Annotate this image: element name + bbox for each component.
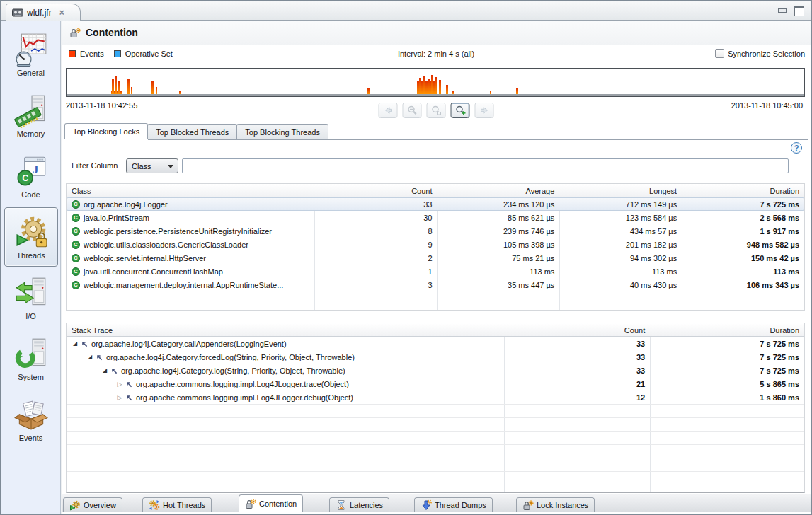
- maximize-icon[interactable]: [794, 6, 804, 14]
- event-timeline-chart[interactable]: [66, 68, 805, 97]
- cell-value: 35 ms 447 µs: [508, 281, 554, 289]
- hot-threads-icon: [149, 499, 160, 511]
- locks-table-row[interactable]: Cjava.util.concurrent.ConcurrentHashMap1…: [67, 265, 804, 278]
- cell-average: 75 ms 21 µs: [438, 251, 560, 265]
- locks-column-header-label: Class: [72, 187, 91, 195]
- cell-value: java.io.PrintStream: [84, 214, 149, 222]
- zoom-out-button[interactable]: [403, 103, 422, 118]
- filter-text-input[interactable]: [182, 158, 789, 173]
- filter-column-dropdown[interactable]: Class: [126, 158, 178, 173]
- stack-trace-row[interactable]: ◢org.apache.log4j.Category.forcedLog(Str…: [67, 350, 804, 364]
- bottom-tab-overview[interactable]: Overview: [63, 497, 122, 512]
- bottom-tab-latencies[interactable]: Latencies: [329, 497, 389, 512]
- subtab-top-blocking-threads[interactable]: Top Blocking Threads: [236, 124, 328, 139]
- bottom-tab-contention[interactable]: Contention: [239, 494, 303, 512]
- close-icon[interactable]: ×: [59, 8, 64, 18]
- cell-value: 239 ms 746 µs: [503, 227, 554, 236]
- sidebar-item-memory[interactable]: Memory: [4, 86, 58, 145]
- cell-duration: 2 s 568 ms: [682, 211, 804, 224]
- subtab-top-blocked-threads[interactable]: Top Blocked Threads: [147, 124, 237, 139]
- cell-value: 105 ms 398 µs: [503, 241, 554, 249]
- tree-expanded-arrow-icon[interactable]: ◢: [72, 340, 79, 347]
- subtab-top-blocking-locks[interactable]: Top Blocking Locks: [64, 123, 148, 139]
- zoom-fit-button[interactable]: [427, 103, 446, 118]
- frame-label: org.apache.commons.logging.impl.Log4JLog…: [136, 380, 349, 388]
- overview-icon: [69, 499, 81, 511]
- stack-trace-row[interactable]: ◢org.apache.log4j.Category.log(String, P…: [67, 364, 804, 377]
- locks-column-header-average[interactable]: Average: [438, 184, 560, 197]
- stack-column-header-duration[interactable]: Duration: [650, 323, 804, 337]
- locks-table-row[interactable]: Cjava.io.PrintStream3085 ms 621 µs123 ms…: [67, 211, 804, 224]
- flight-recording-icon: [12, 8, 23, 17]
- timeline-event-bar: [439, 80, 441, 94]
- bottom-tab-lock-instances[interactable]: Lock Instances: [516, 497, 595, 512]
- code-icon: JC: [13, 154, 49, 189]
- latencies-icon: [336, 499, 347, 511]
- sidebar-item-code[interactable]: JCCode: [4, 146, 58, 206]
- cell-value: weblogic.management.deploy.internal.AppR…: [84, 281, 283, 289]
- view-controls: [777, 6, 804, 14]
- page-title: Contention: [86, 27, 138, 38]
- cell-frame: ▷org.apache.commons.logging.impl.Log4JLo…: [67, 377, 504, 390]
- locks-table-row[interactable]: Cweblogic.management.deploy.internal.App…: [67, 278, 804, 291]
- minimize-icon[interactable]: [777, 6, 787, 14]
- locks-column-header-class[interactable]: Class: [67, 184, 315, 197]
- class-icon: C: [72, 281, 80, 289]
- tree-collapsed-arrow-icon[interactable]: ▷: [116, 381, 123, 388]
- sidebar-item-threads[interactable]: Threads: [4, 207, 58, 267]
- tree-expanded-arrow-icon[interactable]: ◢: [86, 354, 93, 360]
- lock-instances-icon: [522, 499, 534, 511]
- locks-table-row[interactable]: Cweblogic.persistence.PersistenceUnitReg…: [67, 224, 804, 238]
- class-icon: C: [72, 227, 80, 236]
- sidebar-item-label: Memory: [17, 129, 45, 138]
- cell-frame: ◢org.apache.log4j.Category.forcedLog(Str…: [67, 350, 504, 364]
- threads-icon: [13, 214, 49, 250]
- contention-icon: [245, 498, 256, 509]
- pan-right-button[interactable]: [475, 103, 494, 118]
- editor-tab-wldf-jfr[interactable]: wldf.jfr ×: [6, 4, 81, 21]
- stack-column-header-stack-trace[interactable]: Stack Trace: [67, 323, 504, 337]
- stack-trace-row[interactable]: ◢org.apache.log4j.Category.callAppenders…: [67, 337, 804, 350]
- stack-trace-row[interactable]: ▷org.apache.commons.logging.impl.Log4JLo…: [67, 377, 804, 390]
- cell-average: 113 ms: [438, 265, 560, 278]
- chevron-down-icon: [168, 165, 173, 168]
- synchronize-selection-checkbox[interactable]: [715, 49, 724, 58]
- sidebar-item-events[interactable]: Events: [4, 390, 58, 449]
- help-icon[interactable]: ?: [791, 142, 802, 154]
- locks-column-header-count[interactable]: Count: [315, 184, 438, 197]
- cell-average: 239 ms 746 µs: [438, 224, 560, 238]
- io-icon: [13, 275, 49, 311]
- svg-text:J: J: [33, 163, 38, 176]
- cell-frame: ▷org.apache.commons.logging.impl.Log4JLo…: [67, 390, 504, 404]
- cell-value: 201 ms 182 µs: [626, 241, 677, 249]
- pan-left-button[interactable]: [379, 103, 398, 118]
- bottom-tab-thread-dumps[interactable]: Thread Dumps: [414, 497, 493, 512]
- cell-value: 21: [636, 380, 645, 388]
- class-icon: C: [72, 200, 80, 209]
- tree-expanded-arrow-icon[interactable]: ◢: [101, 367, 108, 374]
- arrow-right-icon: [479, 105, 490, 116]
- locks-column-header-duration[interactable]: Duration: [682, 184, 804, 197]
- bottom-tab-label: Contention: [259, 499, 297, 508]
- synchronize-selection: Synchronize Selection: [715, 49, 805, 58]
- sidebar-item-io[interactable]: I/O: [4, 268, 58, 328]
- locks-column-header-longest[interactable]: Longest: [559, 184, 682, 197]
- sidebar-item-label: System: [18, 373, 44, 381]
- sidebar-item-label: I/O: [25, 312, 36, 320]
- empty-row-grid-line: [67, 431, 804, 432]
- stack-column-header-count[interactable]: Count: [504, 323, 650, 337]
- locks-table-row[interactable]: Cweblogic.servlet.internal.HttpServer275…: [67, 251, 804, 265]
- tree-collapsed-arrow-icon[interactable]: ▷: [116, 394, 123, 401]
- sidebar-item-system[interactable]: System: [4, 329, 58, 388]
- sidebar-item-general[interactable]: General: [4, 25, 58, 84]
- stack-trace-row[interactable]: ▷org.apache.commons.logging.impl.Log4JLo…: [67, 390, 804, 404]
- zoom-in-button[interactable]: [451, 103, 470, 118]
- cell-duration: 7 s 725 ms: [650, 350, 804, 364]
- empty-row-grid-line: [67, 404, 804, 405]
- locks-table-row[interactable]: Cweblogic.utils.classloaders.GenericClas…: [67, 238, 804, 251]
- cell-value: 7 s 725 ms: [760, 340, 799, 348]
- bottom-tab-hot-threads[interactable]: Hot Threads: [142, 497, 212, 512]
- cell-duration: 1 s 917 ms: [682, 224, 804, 238]
- locks-table-row[interactable]: Corg.apache.log4j.Logger33234 ms 120 µs7…: [67, 197, 804, 211]
- memory-icon: [13, 93, 49, 128]
